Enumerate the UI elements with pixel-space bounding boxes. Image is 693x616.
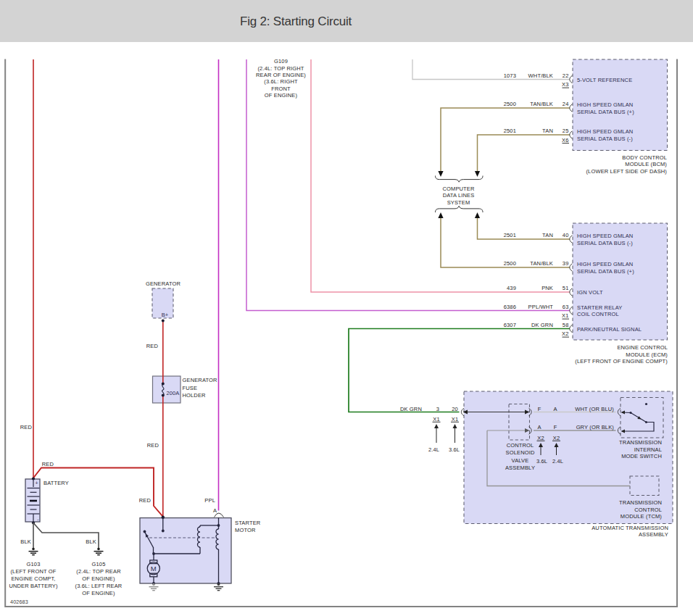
svg-text:ASSEMBLY: ASSEMBLY (505, 465, 535, 471)
svg-text:STARTER RELAY: STARTER RELAY (577, 304, 622, 311)
svg-text:MODE SWITCH: MODE SWITCH (621, 453, 662, 459)
svg-text:PPL/WHT: PPL/WHT (528, 304, 554, 310)
svg-text:6386: 6386 (504, 304, 516, 310)
svg-text:ENGINE COMPT,: ENGINE COMPT, (11, 575, 55, 582)
svg-text:HIGH SPEED GMLAN: HIGH SPEED GMLAN (577, 233, 633, 239)
svg-text:2500: 2500 (504, 101, 516, 107)
svg-text:PARK/NEUTRAL SIGNAL: PARK/NEUTRAL SIGNAL (577, 326, 642, 333)
svg-text:22: 22 (563, 72, 569, 79)
svg-text:ASSEMBLY: ASSEMBLY (639, 531, 668, 538)
svg-text:3.6L: 3.6L (536, 458, 547, 465)
svg-text:X1: X1 (452, 416, 458, 423)
svg-text:PNK: PNK (541, 285, 553, 291)
svg-text:DATA LINES: DATA LINES (443, 192, 475, 199)
svg-text:SYSTEM: SYSTEM (447, 199, 470, 206)
svg-text:HOLDER: HOLDER (183, 392, 207, 399)
svg-text:SERIAL DATA BUS (+): SERIAL DATA BUS (+) (577, 268, 634, 275)
svg-text:TRANSMISSION: TRANSMISSION (619, 439, 662, 446)
svg-text:HIGH SPEED GMLAN: HIGH SPEED GMLAN (577, 101, 633, 108)
svg-text:5-VOLT REFERENCE: 5-VOLT REFERENCE (577, 77, 632, 83)
svg-text:F: F (538, 406, 541, 412)
svg-text:GRY (OR BLK): GRY (OR BLK) (576, 424, 615, 430)
svg-text:AUTOMATIC TRANSMISSION: AUTOMATIC TRANSMISSION (592, 525, 668, 531)
svg-text:TAN/BLK: TAN/BLK (530, 260, 553, 267)
svg-text:(LEFT FRONT OF ENGINE COMPT): (LEFT FRONT OF ENGINE COMPT) (575, 358, 668, 365)
svg-text:HIGH SPEED GMLAN: HIGH SPEED GMLAN (577, 261, 633, 267)
svg-text:A: A (213, 507, 217, 514)
svg-text:25: 25 (563, 128, 569, 134)
svg-text:FRONT: FRONT (271, 86, 291, 92)
svg-text:RED: RED (147, 442, 159, 449)
svg-text:TAN/BLK: TAN/BLK (530, 101, 553, 107)
svg-text:OF ENGINE): OF ENGINE) (82, 590, 115, 596)
svg-text:FUSE: FUSE (183, 385, 198, 391)
svg-text:COIL CONTROL: COIL CONTROL (577, 311, 619, 317)
svg-text:20: 20 (452, 406, 458, 412)
svg-text:(2.4L: TOP REAR: (2.4L: TOP REAR (76, 568, 121, 575)
svg-text:COMPUTER: COMPUTER (442, 186, 475, 192)
svg-text:CONTROL: CONTROL (507, 442, 534, 449)
svg-text:HIGH SPEED GMLAN: HIGH SPEED GMLAN (577, 128, 633, 135)
svg-text:MODULE (TCM): MODULE (TCM) (621, 513, 663, 520)
svg-text:2.4L: 2.4L (552, 458, 563, 465)
svg-text:2501: 2501 (504, 128, 516, 134)
svg-text:B+: B+ (162, 312, 169, 318)
svg-text:MODULE (ECM): MODULE (ECM) (626, 351, 668, 358)
svg-text:G105: G105 (92, 561, 106, 567)
svg-text:OF ENGINE): OF ENGINE) (265, 92, 298, 99)
svg-text:WHT/BLK: WHT/BLK (528, 72, 553, 79)
svg-text:(2.4L: TOP RIGHT: (2.4L: TOP RIGHT (257, 65, 304, 72)
svg-text:X6: X6 (562, 137, 568, 143)
svg-text:(3.6L: LEFT REAR: (3.6L: LEFT REAR (75, 583, 123, 589)
svg-text:M: M (151, 565, 157, 573)
svg-text:BLK: BLK (20, 538, 31, 545)
svg-text:TAN: TAN (542, 232, 553, 238)
svg-text:SERIAL DATA BUS (-): SERIAL DATA BUS (-) (577, 136, 633, 142)
svg-text:A: A (537, 424, 541, 430)
svg-text:INTERNAL: INTERNAL (634, 446, 662, 453)
svg-text:MODULE (BCM): MODULE (BCM) (625, 161, 667, 167)
svg-text:RED: RED (20, 424, 33, 430)
svg-text:439: 439 (507, 285, 516, 291)
svg-text:WHT (OR BLU): WHT (OR BLU) (575, 406, 614, 412)
svg-text:RED: RED (42, 461, 54, 467)
svg-text:GENERATOR: GENERATOR (183, 377, 218, 383)
svg-text:24: 24 (563, 101, 569, 107)
svg-text:RED: RED (139, 497, 152, 504)
svg-text:63: 63 (563, 304, 569, 310)
svg-text:F: F (554, 424, 557, 430)
svg-text:X1: X1 (433, 416, 439, 423)
svg-text:X2: X2 (553, 435, 560, 441)
svg-text:200A: 200A (166, 390, 179, 396)
svg-text:(LOWER LEFT SIDE OF DASH): (LOWER LEFT SIDE OF DASH) (586, 168, 667, 175)
svg-text:MOTOR: MOTOR (235, 527, 256, 533)
svg-text:GENERATOR: GENERATOR (146, 280, 181, 287)
svg-text:X3: X3 (562, 81, 568, 88)
svg-text:BATTERY: BATTERY (43, 480, 69, 486)
svg-text:402683: 402683 (10, 599, 28, 605)
svg-text:39: 39 (563, 260, 569, 267)
svg-text:SERIAL DATA BUS (-): SERIAL DATA BUS (-) (577, 240, 633, 246)
svg-text:2.4L: 2.4L (428, 446, 439, 453)
svg-text:DK GRN: DK GRN (531, 322, 553, 328)
svg-text:BLK: BLK (86, 538, 96, 545)
svg-text:OF ENGINE): OF ENGINE) (82, 575, 115, 582)
svg-text:PPL: PPL (204, 497, 215, 504)
svg-text:IGN VOLT: IGN VOLT (577, 289, 603, 296)
svg-text:40: 40 (563, 232, 569, 238)
svg-text:SERIAL DATA BUS (+): SERIAL DATA BUS (+) (577, 109, 634, 115)
svg-text:REAR OF ENGINE): REAR OF ENGINE) (256, 72, 306, 78)
svg-text:DK GRN: DK GRN (400, 406, 422, 412)
svg-text:X2: X2 (562, 330, 568, 337)
svg-text:3: 3 (436, 406, 439, 412)
svg-text:UNDER BATTERY): UNDER BATTERY) (9, 583, 58, 589)
svg-text:BODY CONTROL: BODY CONTROL (622, 154, 667, 161)
svg-text:58: 58 (563, 322, 569, 328)
svg-text:2501: 2501 (504, 232, 516, 238)
svg-text:RED: RED (146, 343, 159, 349)
svg-text:X2: X2 (537, 435, 544, 441)
svg-text:(LEFT FRONT OF: (LEFT FRONT OF (10, 568, 56, 575)
svg-text:+: + (35, 480, 38, 486)
svg-text:TAN: TAN (542, 128, 553, 134)
svg-text:TRANSMISSION: TRANSMISSION (619, 499, 662, 506)
